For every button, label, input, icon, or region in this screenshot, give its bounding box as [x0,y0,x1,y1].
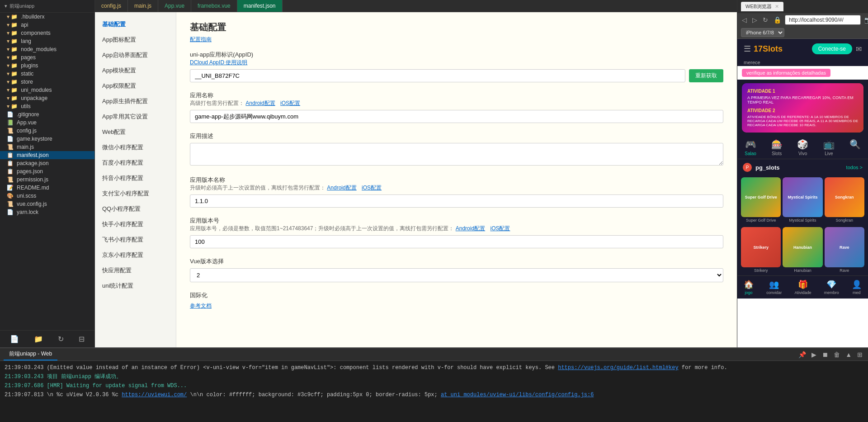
bottom-nav-jogo[interactable]: 🏠 jogo [744,280,754,295]
desc-textarea[interactable] [190,143,723,166]
menu-icon[interactable]: ☰ [744,44,751,54]
reload-icon[interactable]: ↻ [761,15,770,24]
game-card-rave[interactable]: Rave Rave [825,227,864,273]
game-card-songkran[interactable]: Songkran Songkran [825,177,864,223]
config-nav-----[interactable]: 基础配置 [95,17,176,32]
terminal-up-icon[interactable]: ▲ [844,350,854,359]
terminal-tab-web[interactable]: 前端uniapp - Web [4,348,57,360]
config-nav-App----[interactable]: App权限配置 [95,78,176,94]
connect-button[interactable]: Conecte-se [812,43,852,54]
tab-main-js[interactable]: main.js [128,0,158,12]
terminal-clear-icon[interactable]: 🗑 [832,350,842,359]
tree-item-yarn-lock[interactable]: 📄yarn.lock [0,208,94,216]
new-folder-icon[interactable]: 📁 [33,333,44,345]
config-nav------[interactable]: 快应用配置 [95,263,176,278]
bottom-nav-convidar[interactable]: 👥 convidar [766,280,782,295]
terminal-run-icon[interactable]: ▶ [810,350,818,359]
config-nav-App----[interactable]: App图标配置 [95,32,176,47]
config-nav---------[interactable]: 支付宝小程序配置 [95,186,176,201]
nav-tab-search[interactable]: 🔍 [849,139,861,156]
appname-input[interactable] [190,110,723,123]
tree-item-lang[interactable]: ▾ 📁lang [0,37,94,45]
web-browser-tab[interactable]: WEB浏览器 ✕ [741,2,783,11]
bottom-nav-membro[interactable]: 💎 membro [824,280,839,295]
version-name-input[interactable] [190,194,723,208]
version-num-ios-link[interactable]: iOS配置 [490,225,510,232]
tree-item-package-json[interactable]: 📋package.json [0,159,94,167]
uviewui-link[interactable]: https://uviewui.com/ [122,392,187,398]
todos-link[interactable]: todos > [846,165,863,170]
forward-icon[interactable]: ▷ [750,15,759,24]
game-card-golf[interactable]: Super Golf Drive Super Golf Drive [741,177,781,223]
tree-item-config-js[interactable]: 📜config.js [0,127,94,135]
appid-input[interactable] [190,69,685,82]
mail-icon[interactable]: ✉ [856,45,862,53]
config-guide-link[interactable]: 配置指南 [190,36,212,43]
tree-item-uni-scss[interactable]: 🎨uni.scss [0,192,94,200]
tree-item-uni-modules[interactable]: ▾ 📁uni_modules [0,86,94,94]
config-nav-Web--[interactable]: Web配置 [95,124,176,140]
appid-doc-link[interactable]: DCloud AppID 使用说明 [190,59,247,66]
config-js-link[interactable]: at uni_modules/uview-ui/libs/config/conf… [441,392,594,398]
nav-tab-slots[interactable]: 🎰 Slots [771,139,783,156]
tree-item-pages[interactable]: ▾ 📁pages [0,53,94,62]
tree-item-store[interactable]: ▾ 📁store [0,78,94,86]
version-num-android-link[interactable]: Android配置 [456,225,485,232]
config-nav-App----[interactable]: App模块配置 [95,63,176,78]
config-nav--------[interactable]: 抖音小程序配置 [95,171,176,186]
verifique-badge[interactable]: verifique as informações detalhadas [742,69,830,77]
config-nav-uni----[interactable]: uni统计配置 [95,278,176,294]
bottom-nav-atividade[interactable]: 🎁 Atividade [794,280,811,295]
tree-item-manifest-json[interactable]: 📋manifest.json [0,151,94,159]
config-nav--------[interactable]: 微信小程序配置 [95,140,176,155]
close-browser-tab-icon[interactable]: ✕ [775,4,779,9]
tree-item-app-vue[interactable]: 📗App.vue [0,119,94,127]
tab-framebox-vue[interactable]: framebox.vue [191,0,237,12]
vue-version-select[interactable]: 2 3 [190,268,723,282]
tree-item-utils[interactable]: ▾ 📁utils [0,102,94,110]
config-nav--------[interactable]: 京东小程序配置 [95,247,176,263]
game-card-strikery[interactable]: Strikery Strikery [741,227,781,273]
tree-item-unpackage[interactable]: ▾ 📁unpackage [0,94,94,102]
tree-item-game-keystore[interactable]: 📄game.keystore [0,135,94,143]
config-nav--------[interactable]: 百度小程序配置 [95,155,176,171]
tree-item-components[interactable]: ▾ 📁components [0,29,94,37]
tree-item-vue-config-js[interactable]: 📜vue.config.js [0,200,94,208]
bottom-nav-med[interactable]: 👤 med [852,280,862,295]
tab-config-js[interactable]: config.js [95,0,128,12]
version-name-ios-link[interactable]: iOS配置 [362,185,382,191]
config-nav--------[interactable]: 飞书小程序配置 [95,232,176,247]
terminal-pin-icon[interactable]: 📌 [797,350,808,359]
appname-ios-link[interactable]: iOS配置 [280,100,300,106]
screenshot-icon[interactable]: 📷 [863,15,868,24]
new-file-icon[interactable]: 📄 [9,333,20,345]
tree-item-node-modules[interactable]: ▾ 📁node_modules [0,45,94,53]
version-num-input[interactable] [190,235,723,248]
tab-manifest-json[interactable]: manifest.json [237,0,283,12]
config-nav-QQ-----[interactable]: QQ小程序配置 [95,201,176,217]
version-name-android-link[interactable]: Android配置 [327,185,356,191]
tree-item-api[interactable]: ▾ 📁api [0,21,94,29]
tab-app-vue[interactable]: App.vue [158,0,191,12]
terminal-stop-icon[interactable]: ⏹ [820,350,830,359]
appname-android-link[interactable]: Android配置 [245,100,275,106]
refresh-icon[interactable]: ↻ [57,333,65,345]
refresh-appid-button[interactable]: 重新获取 [689,69,723,82]
tree-item-readme-md[interactable]: 📝README.md [0,184,94,192]
terminal-split-icon[interactable]: ⊞ [855,350,864,359]
game-card-hanubian[interactable]: Hanubian Hanubian [783,227,822,273]
tree-item-permission-js[interactable]: 📜permission.js [0,175,94,184]
device-selector[interactable]: iPhone 6/7/8 iPhone X iPad [741,28,784,37]
vuejs-list-link[interactable]: https://vuejs.org/guide/list.html#key [558,365,678,371]
config-nav-App------[interactable]: App常用其它设置 [95,109,176,124]
back-icon[interactable]: ◁ [740,15,749,24]
url-input[interactable] [785,15,861,25]
config-nav-App------[interactable]: App启动界面配置 [95,47,176,63]
tree-item--hbuilderx[interactable]: ▾ 📁.hbuilderx [0,13,94,21]
nav-tab-salao[interactable]: 🎮 Salao [745,139,756,156]
config-nav--------[interactable]: 快手小程序配置 [95,217,176,232]
nav-tab-vivo[interactable]: 🎲 Vivo [797,139,808,156]
config-nav-App------[interactable]: App原生插件配置 [95,94,176,109]
tree-item--gitignore[interactable]: 📄.gitignore [0,110,94,119]
tree-item-plugins[interactable]: ▾ 📁plugins [0,62,94,70]
